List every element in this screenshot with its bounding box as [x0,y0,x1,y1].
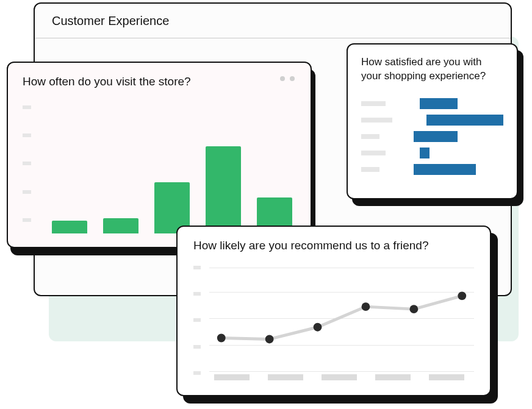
hbar-plot [361,98,503,180]
visit-frequency-question: How often do you visit the store? [23,75,296,88]
svg-point-4 [409,305,418,313]
card-menu-icon[interactable] [280,76,295,81]
hbar-row [361,98,503,109]
recommend-card[interactable]: How likely are you recommend us to a fri… [176,226,491,396]
bar [103,218,138,233]
recommend-question: How likely are you recommend us to a fri… [193,239,474,252]
line-plot [193,266,474,380]
bar [52,221,87,233]
svg-point-2 [314,323,322,332]
hbar-row [361,131,503,142]
hbar-row [361,115,503,126]
bar [206,146,241,233]
hbar-row [361,148,503,158]
hbar-row [361,164,503,175]
trend-line [221,296,462,339]
satisfaction-card[interactable]: How satisfied are you with your shopping… [347,43,518,199]
bar-plot [23,105,296,233]
svg-point-3 [362,302,370,311]
svg-point-0 [217,334,226,343]
satisfaction-question: How satisfied are you with your shopping… [361,55,503,84]
svg-point-1 [265,335,274,344]
svg-point-5 [458,291,466,300]
visit-frequency-card[interactable]: How often do you visit the store? [7,62,312,248]
page-title: Customer Experience [35,4,511,38]
